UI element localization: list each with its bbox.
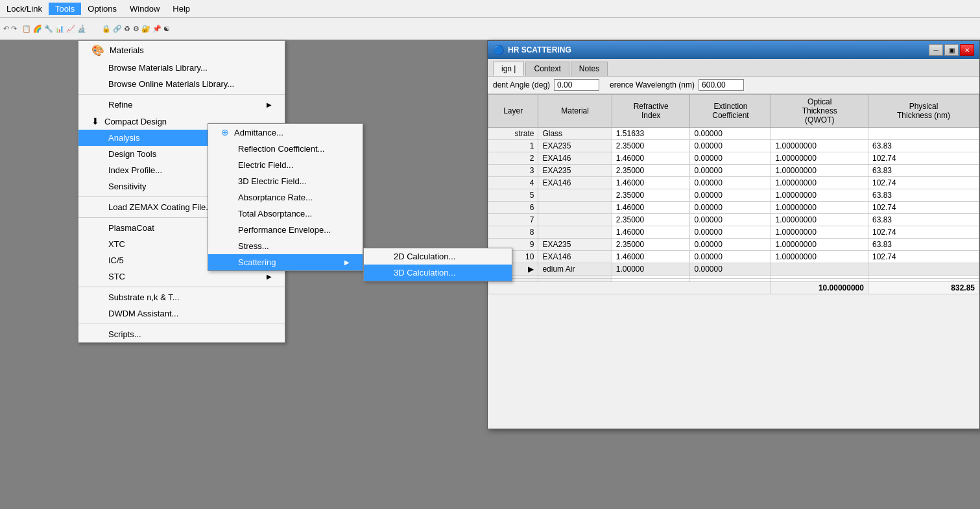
cell-ot: 1.00000000 [771,152,868,165]
cell-ec: 0.00000 [690,214,771,226]
menu-3d-electric-field[interactable]: 3D Electric Field... [208,173,363,189]
table-row-medium: ▶ edium Air 1.00000 0.00000 [488,263,979,276]
cell-material [538,214,612,226]
menu-materials[interactable]: 🎨 Materials [78,41,285,60]
restore-button[interactable]: ▣ [944,44,959,56]
cell-pt: 63.83 [868,165,979,177]
menu-2d-calculation[interactable]: 2D Calculation... [364,248,512,265]
cell-pt [868,128,979,140]
cell-ec: 0.00000 [690,128,771,140]
menu-refine[interactable]: Refine ▶ [78,97,285,113]
tab-design[interactable]: ign | [493,62,524,76]
hr-scattering-window: 🔵 HR SCATTERING ─ ▣ ✕ ign | Context Note… [487,40,980,429]
reference-wavelength-label: erence Wavelength (nm) [610,80,695,89]
footer-pt: 832.85 [868,282,979,294]
menubar: Lock/Link Tools Options Window Help [0,0,980,18]
menu-stress[interactable]: Stress... [208,238,363,254]
design-tools-label: Design Tools [108,149,156,159]
menu-options[interactable]: Options [81,3,123,15]
menu-total-absorptance[interactable]: Total Absorptance... [208,206,363,222]
cell-ec: 0.00000 [690,239,771,251]
cell-ot: 1.00000000 [771,202,868,214]
menu-browse-materials[interactable]: Browse Materials Library... [78,60,285,76]
separator-4 [78,287,285,287]
substrate-label: Substrate n,k & T... [108,292,180,302]
menu-locklink[interactable]: Lock/Link [0,3,49,15]
analysis-submenu: ⊕ Admittance... Reflection Coefficient..… [208,123,363,271]
menu-performance-envelope[interactable]: Performance Envelope... [208,222,363,238]
menu-admittance[interactable]: ⊕ Admittance... [208,124,363,141]
menu-absorptance-rate[interactable]: Absorptance Rate... [208,189,363,206]
cell-ot: 1.00000000 [771,189,868,202]
menu-scripts[interactable]: Scripts... [78,326,285,342]
menu-reflection-coeff[interactable]: Reflection Coefficient... [208,141,363,157]
menu-3d-calculation[interactable]: 3D Calculation... [364,265,512,281]
refine-arrow: ▶ [267,101,272,108]
cell-layer: 2 [488,152,538,165]
cell-ri: 1.51633 [612,128,690,140]
toolbar-undo-redo: ↶ ↷ [3,25,17,33]
cell-material [538,226,612,239]
separator-5 [78,324,285,324]
cell-ec: 0.00000 [690,189,771,202]
menu-scattering[interactable]: Scattering ▶ [208,254,363,270]
toolbar: ↶ ↷ 📋 🌈 🔧 📊 📈 🔬 🔒 🔗 ♻ ⚙ 🔐 📌 ☯ [0,18,980,40]
cell-ot: 1.00000000 [771,165,868,177]
cell-material: EXA235 [538,165,612,177]
load-zemax-label: Load ZEMAX Coating File... [108,202,213,212]
cell-pt: 102.74 [868,251,979,263]
cell-layer: 6 [488,202,538,214]
analysis-label: Analysis [108,133,139,143]
hr-titlebar-controls: ─ ▣ ✕ [929,44,974,56]
cell-ot: 1.00000000 [771,226,868,239]
reference-wavelength-input[interactable] [699,79,744,91]
hr-titlebar: 🔵 HR SCATTERING ─ ▣ ✕ [488,41,979,59]
sensitivity-label: Sensitivity [108,182,147,191]
col-material: Material [538,95,612,128]
cell-layer: 5 [488,189,538,202]
tab-notes[interactable]: Notes [571,62,608,76]
compact-design-icon: ⬇ [91,116,99,126]
cell-ot [771,128,868,140]
cell-layer: 1 [488,140,538,152]
main-area: 🔵 HR SCATTERING ─ ▣ ✕ ign | Context Note… [0,40,980,509]
menu-electric-field[interactable]: Electric Field... [208,157,363,173]
cell-pt-medium [868,263,979,276]
cell-material-medium: edium Air [538,263,612,276]
cell-layer: 4 [488,177,538,189]
cell-material: EXA235 [538,239,612,251]
menu-tools[interactable]: Tools [49,3,81,15]
electric-field-label: Electric Field... [238,160,293,170]
menu-help[interactable]: Help [166,3,197,15]
cell-ri: 2.35000 [612,165,690,177]
menu-dwdm[interactable]: DWDM Assistant... [78,305,285,322]
close-button[interactable]: ✕ [960,44,974,56]
cell-layer: strate [488,128,538,140]
cell-ri: 1.46000 [612,251,690,263]
tab-context[interactable]: Context [525,62,569,76]
cell-pt: 63.83 [868,140,979,152]
col-layer: Layer [488,95,538,128]
table-footer-row: 10.00000000 832.85 [488,282,979,294]
absorptance-rate-label: Absorptance Rate... [238,193,313,202]
col-ec: ExtinctionCoefficient [690,95,771,128]
cell-ec: 0.00000 [690,140,771,152]
incident-angle-input[interactable] [554,79,599,91]
table-row: 9 EXA235 2.35000 0.00000 1.00000000 63.8… [488,239,979,251]
cell-pt: 102.74 [868,226,979,239]
cell-layer: 3 [488,165,538,177]
cell-ec: 0.00000 [690,202,771,214]
menu-window[interactable]: Window [123,3,166,15]
scripts-label: Scripts... [108,329,141,339]
cell-ot: 1.00000000 [771,140,868,152]
minimize-button[interactable]: ─ [929,44,943,56]
menu-substrate[interactable]: Substrate n,k & T... [78,289,285,305]
hr-table-container[interactable]: Layer Material RefractiveIndex Extinctio… [488,94,979,404]
reference-wavelength-row: erence Wavelength (nm) [610,79,744,91]
xtc-label: XTC [108,239,125,249]
cell-ri-medium: 1.00000 [612,263,690,276]
browse-materials-label: Browse Materials Library... [108,63,208,73]
menu-browse-online[interactable]: Browse Online Materials Library... [78,76,285,92]
cell-material: Glass [538,128,612,140]
ic5-label: IC/5 [108,255,124,265]
